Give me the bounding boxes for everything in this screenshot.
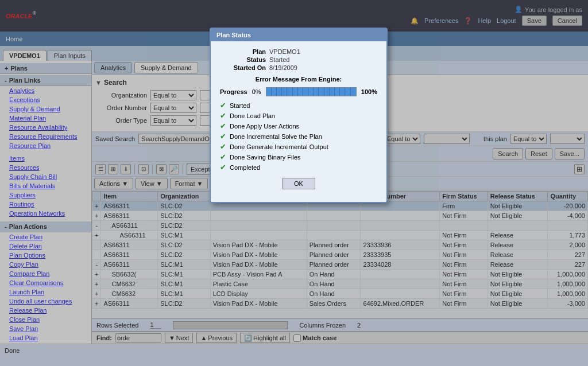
dialog-plan-value: VPDEMO1 — [269, 48, 300, 55]
progress-segment-15 — [345, 88, 350, 96]
progress-segment-3 — [282, 88, 287, 96]
progress-segment-1 — [272, 88, 277, 96]
plan-status-dialog: Plan Status Plan VPDEMO1 Status Started … — [210, 28, 388, 203]
checkmark-icon-2: ✔ — [220, 122, 226, 130]
checkmark-icon-6: ✔ — [220, 163, 226, 172]
check-item-2: ✔Done Apply User Actions — [220, 122, 377, 130]
dialog-status-label: Status — [220, 56, 266, 63]
error-section: Error Message From Engine: — [220, 76, 377, 83]
progress-segment-7 — [303, 88, 308, 96]
progress-bar-container: Progress 0% 100% — [220, 87, 377, 96]
progress-segment-2 — [277, 88, 282, 96]
checkmark-icon-0: ✔ — [220, 101, 226, 110]
checkmark-icon-5: ✔ — [220, 153, 226, 161]
ok-button[interactable]: OK — [282, 178, 315, 189]
check-item-label-4: Done Generate Incremental Output — [230, 143, 328, 150]
progress-segment-6 — [298, 88, 303, 96]
check-item-1: ✔Done Load Plan — [220, 111, 377, 120]
checkmark-icon-3: ✔ — [220, 132, 226, 141]
modal-overlay: Plan Status Plan VPDEMO1 Status Started … — [0, 0, 588, 356]
dialog-status-value: Started — [269, 56, 289, 63]
progress-pct-right: 100% — [361, 88, 377, 95]
checkmark-icon-1: ✔ — [220, 111, 226, 120]
progress-segment-9 — [314, 88, 319, 96]
check-item-label-2: Done Apply User Actions — [230, 123, 299, 130]
progress-pct-left: 0% — [252, 88, 261, 95]
dialog-footer: OK — [220, 173, 377, 195]
progress-segment-16 — [351, 88, 356, 96]
progress-segment-5 — [293, 88, 298, 96]
progress-label: Progress — [220, 88, 247, 95]
check-items-list: ✔Started✔Done Load Plan✔Done Apply User … — [220, 101, 377, 172]
dialog-startedon-label: Started On — [220, 64, 266, 71]
check-item-label-5: Done Saving Binary Files — [230, 154, 301, 161]
dialog-started-row: Started On 8/19/2009 — [220, 64, 377, 71]
check-item-5: ✔Done Saving Binary Files — [220, 153, 377, 161]
check-item-label-6: Completed — [230, 164, 260, 171]
progress-segment-11 — [324, 88, 330, 96]
progress-segment-4 — [287, 88, 292, 96]
check-item-label-3: Done Incremental Solve the Plan — [230, 133, 322, 140]
dialog-title: Plan Status — [211, 29, 386, 41]
check-item-3: ✔Done Incremental Solve the Plan — [220, 132, 377, 141]
progress-segment-0 — [266, 88, 272, 96]
check-item-0: ✔Started — [220, 101, 377, 110]
dialog-plan-row: Plan VPDEMO1 — [220, 48, 377, 55]
dialog-plan-label: Plan — [220, 48, 266, 55]
progress-segment-12 — [330, 88, 335, 96]
error-msg-label: Error Message From Engine: — [220, 76, 377, 83]
progress-segment-10 — [319, 88, 324, 96]
checkmark-icon-4: ✔ — [220, 142, 226, 151]
progress-segment-13 — [335, 88, 340, 96]
check-item-4: ✔Done Generate Incremental Output — [220, 142, 377, 151]
dialog-body: Plan VPDEMO1 Status Started Started On 8… — [211, 41, 386, 202]
check-item-label-1: Done Load Plan — [230, 112, 275, 119]
progress-bar — [266, 87, 357, 96]
progress-segment-8 — [308, 88, 314, 96]
dialog-status-row: Status Started — [220, 56, 377, 63]
progress-segment-14 — [340, 88, 345, 96]
check-item-6: ✔Completed — [220, 163, 377, 172]
dialog-startedon-value: 8/19/2009 — [269, 64, 297, 71]
check-item-label-0: Started — [230, 102, 250, 109]
